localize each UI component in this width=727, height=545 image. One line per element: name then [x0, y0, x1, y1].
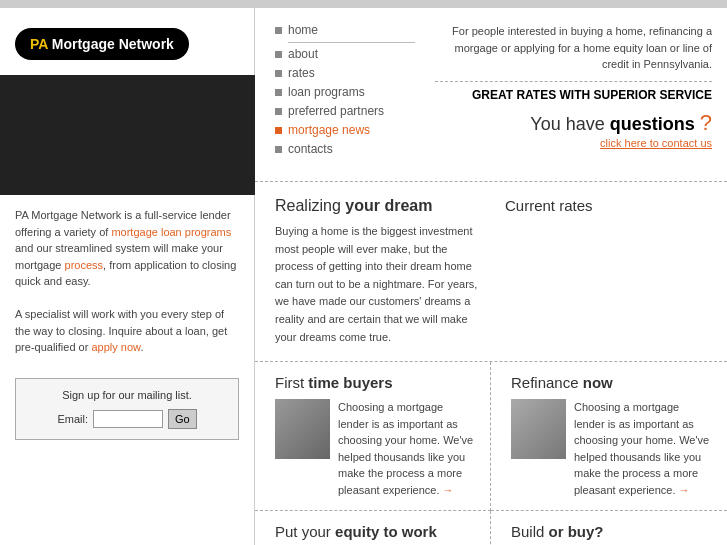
- nav-bullet-about: [275, 51, 282, 58]
- current-rates-heading: Current rates: [505, 197, 712, 214]
- email-row: Email: Go: [26, 409, 228, 429]
- nav-link-contacts[interactable]: contacts: [288, 142, 333, 156]
- equity-heading: Put your equity to work: [275, 523, 475, 540]
- realizing-block: Realizing your dream Buying a home is th…: [275, 197, 505, 346]
- mailing-title: Sign up for our mailing list.: [26, 389, 228, 401]
- refinance-heading-bold: now: [583, 374, 613, 391]
- build-heading: Build or buy?: [511, 523, 712, 540]
- header-desc: For people interested in buying a home, …: [435, 23, 712, 73]
- sidebar-body5: .: [140, 341, 143, 353]
- refinance-heading: Refinance now: [511, 374, 712, 391]
- first-buyers-more[interactable]: →: [443, 484, 454, 496]
- grid-item-build: Build or buy? It's the question that hau…: [491, 511, 727, 545]
- section-top: Realizing your dream Buying a home is th…: [255, 182, 727, 362]
- first-buyers-heading: First time buyers: [275, 374, 475, 391]
- grid-item-equity: Put your equity to work Home equity loan…: [255, 511, 491, 545]
- grid-item-first-buyers: First time buyers Choosing a mortgage le…: [255, 362, 491, 511]
- question-mark: ?: [700, 110, 712, 135]
- header-contact-link[interactable]: click here to contact us: [600, 137, 712, 149]
- refinance-body: Choosing a mortgage lender is as importa…: [511, 399, 712, 498]
- nav-link-preferred-partners[interactable]: preferred partners: [288, 104, 384, 118]
- realizing-text: Buying a home is the biggest investment …: [275, 223, 485, 346]
- nav-item-about[interactable]: about: [275, 47, 415, 61]
- sidebar-link-process[interactable]: process: [65, 259, 104, 271]
- refinance-thumb: [511, 399, 566, 459]
- sidebar-link-loan-programs[interactable]: mortgage loan programs: [111, 226, 231, 238]
- build-heading-bold: or buy?: [549, 523, 604, 540]
- page-wrapper: PA Mortgage Network PA Mortgage Network …: [0, 0, 727, 545]
- go-button[interactable]: Go: [168, 409, 197, 429]
- first-buyers-thumb: [275, 399, 330, 459]
- first-buyers-body: Choosing a mortgage lender is as importa…: [275, 399, 475, 498]
- realizing-heading-bold: your dream: [345, 197, 432, 214]
- nav-bullet-home: [275, 27, 282, 34]
- equity-heading-bold: equity to work: [335, 523, 437, 540]
- logo-pa: PA: [30, 36, 48, 52]
- realizing-heading: Realizing your dream: [275, 197, 485, 215]
- nav-bullet-mortgage-news: [275, 127, 282, 134]
- nav-column: home about rates loan programs: [255, 8, 425, 171]
- main-layout: PA Mortgage Network PA Mortgage Network …: [0, 8, 727, 545]
- nav-item-mortgage-news[interactable]: mortgage news: [275, 123, 415, 137]
- nav-link-rates[interactable]: rates: [288, 66, 315, 80]
- nav-link-mortgage-news[interactable]: mortgage news: [288, 123, 370, 137]
- header-question: You have questions ?: [435, 110, 712, 136]
- content-sections: Realizing your dream Buying a home is th…: [255, 182, 727, 545]
- header-text-area: For people interested in buying a home, …: [425, 8, 727, 171]
- email-input[interactable]: [93, 410, 163, 428]
- nav-link-loan-programs[interactable]: loan programs: [288, 85, 365, 99]
- nav-link-home[interactable]: home: [288, 23, 318, 37]
- refinance-desc: Choosing a mortgage lender is as importa…: [574, 399, 712, 498]
- nav-item-home[interactable]: home: [275, 23, 415, 37]
- nav-item-preferred-partners[interactable]: preferred partners: [275, 104, 415, 118]
- nav-item-loan-programs[interactable]: loan programs: [275, 85, 415, 99]
- top-bar: [0, 0, 727, 8]
- nav-item-contacts[interactable]: contacts: [275, 142, 415, 156]
- nav-link-about[interactable]: about: [288, 47, 318, 61]
- nav-bullet-preferred-partners: [275, 108, 282, 115]
- mailing-box: Sign up for our mailing list. Email: Go: [15, 378, 239, 440]
- logo: PA Mortgage Network: [15, 28, 189, 60]
- first-buyers-desc: Choosing a mortgage lender is as importa…: [338, 399, 475, 498]
- nav-bullet-loan-programs: [275, 89, 282, 96]
- sidebar: PA Mortgage Network PA Mortgage Network …: [0, 8, 255, 545]
- sidebar-image: [0, 75, 255, 195]
- nav-bullet-rates: [275, 70, 282, 77]
- logo-text: PA Mortgage Network: [30, 36, 174, 52]
- refinance-more[interactable]: →: [679, 484, 690, 496]
- grid-sections: First time buyers Choosing a mortgage le…: [255, 362, 727, 545]
- sidebar-link-apply[interactable]: apply now: [91, 341, 140, 353]
- current-rates-block: Current rates: [505, 197, 712, 346]
- top-nav-header: home about rates loan programs: [255, 8, 727, 182]
- email-label: Email:: [57, 413, 88, 425]
- sidebar-description: PA Mortgage Network is a full-service le…: [0, 195, 254, 368]
- nav-item-rates[interactable]: rates: [275, 66, 415, 80]
- logo-area: PA Mortgage Network: [0, 8, 254, 75]
- content-area: home about rates loan programs: [255, 8, 727, 545]
- first-buyers-heading-bold: time buyers: [308, 374, 392, 391]
- nav-bullet-contacts: [275, 146, 282, 153]
- logo-full: Mortgage Network: [52, 36, 174, 52]
- grid-item-refinance: Refinance now Choosing a mortgage lender…: [491, 362, 727, 511]
- header-tagline: GREAT RATES WITH SUPERIOR SERVICE: [435, 81, 712, 102]
